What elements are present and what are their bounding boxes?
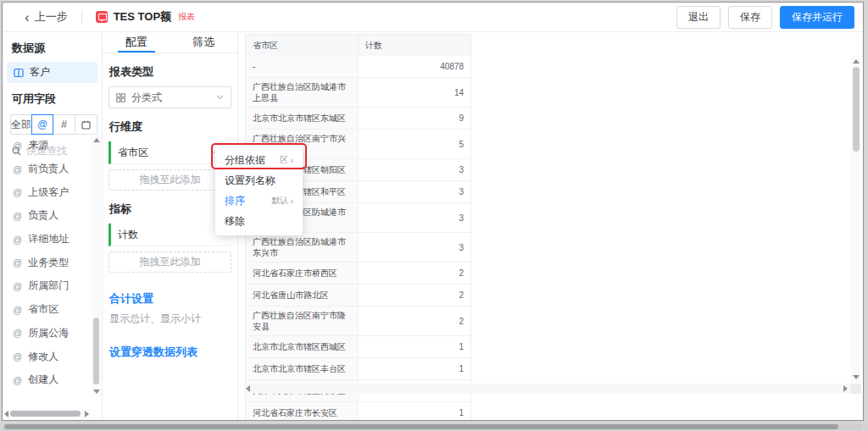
- scroll-left-icon[interactable]: [4, 411, 8, 417]
- scroll-up-icon[interactable]: [93, 138, 100, 142]
- table-row[interactable]: 河北省石家庄市桥西区2: [246, 262, 470, 285]
- tab-filter[interactable]: 筛选: [170, 32, 238, 52]
- field-label: 所属部门: [28, 279, 69, 293]
- sidebar-field-item[interactable]: @业务类型: [3, 251, 91, 274]
- count-cell: 3: [359, 159, 470, 181]
- menu-item-label: 分组依据: [225, 153, 280, 168]
- row-dimension-value: 省市区: [118, 146, 213, 160]
- filter-tab-label: #: [61, 119, 67, 130]
- datasource-item-customer[interactable]: 客户: [7, 62, 97, 83]
- menu-item-group-by[interactable]: 分组依据区›: [215, 150, 303, 170]
- field-label: 创建人: [28, 373, 58, 387]
- table-vertical-scrollbar[interactable]: [851, 57, 861, 382]
- app-window: ‹ 上一步 TES TOP额 报表 退出 保存 保存并运行 数据源 客户 可用字…: [2, 2, 864, 421]
- filter-tab-2[interactable]: #: [53, 114, 75, 135]
- table-row[interactable]: 河北省唐山市路北区2: [246, 285, 470, 307]
- report-type-label: 报表类型: [109, 64, 237, 80]
- metrics-dropzone[interactable]: 拖拽至此添加: [108, 251, 231, 273]
- sidebar-field-item[interactable]: @修改人: [3, 345, 91, 368]
- count-cell: 1: [359, 402, 470, 421]
- window-hscroll-thumb[interactable]: [4, 424, 838, 429]
- count-cell: 2: [359, 262, 470, 285]
- at-icon: @: [13, 328, 22, 338]
- back-button[interactable]: ‹ 上一步: [25, 9, 68, 25]
- table-row[interactable]: 河北省石家庄市长安区1: [246, 402, 470, 421]
- table-row[interactable]: 北京市北京市辖区丰台区1: [246, 358, 470, 380]
- scroll-down-icon[interactable]: [93, 390, 100, 394]
- filter-tab-1[interactable]: @: [31, 114, 53, 135]
- table-row[interactable]: 广西壮族自治区防城港市上思县14: [246, 78, 470, 108]
- menu-item-remove[interactable]: 移除: [215, 211, 303, 231]
- sidebar-field-item[interactable]: @客户名称: [3, 392, 91, 398]
- sidebar-field-item[interactable]: @省市区: [3, 298, 91, 322]
- sidebar-field-item[interactable]: @上级客户: [3, 180, 91, 204]
- at-icon: @: [13, 305, 22, 315]
- field-label: 来源: [28, 138, 48, 152]
- scroll-right-icon[interactable]: [85, 411, 89, 417]
- column-header-count[interactable]: 计数: [359, 35, 470, 56]
- count-cell: 2: [359, 285, 470, 307]
- table-row[interactable]: 广西壮族自治区防城港市东兴市3: [246, 233, 470, 262]
- scroll-up-icon[interactable]: [853, 59, 860, 64]
- sidebar-hscroll-thumb[interactable]: [10, 411, 81, 417]
- filter-tab-0[interactable]: 全部: [10, 114, 32, 135]
- report-type-select[interactable]: 分类式: [108, 86, 231, 108]
- table-row[interactable]: 北京市北京市辖区西城区1: [246, 336, 470, 358]
- count-cell: 1: [359, 358, 470, 380]
- count-cell: 2: [359, 307, 470, 336]
- sidebar-field-item[interactable]: @负责人: [3, 204, 91, 228]
- sidebar-field-item[interactable]: @详细地址: [3, 228, 91, 251]
- row-dimension-label: 行维度: [109, 119, 237, 135]
- save-run-button[interactable]: 保存并运行: [780, 6, 854, 29]
- exit-button[interactable]: 退出: [676, 6, 721, 29]
- count-cell: 5: [359, 130, 470, 159]
- table-row[interactable]: 北京市北京市辖区东城区9: [246, 108, 470, 130]
- at-icon: @: [13, 235, 22, 245]
- field-label: 客户名称: [28, 396, 69, 398]
- sidebar-horizontal-scrollbar[interactable]: [3, 409, 91, 418]
- sidebar-field-item[interactable]: @所属公海: [3, 322, 91, 345]
- sidebar-vertical-scrollbar[interactable]: [92, 135, 101, 396]
- table-horizontal-scrollbar[interactable]: [244, 384, 849, 394]
- sidebar-vscroll-thumb[interactable]: [93, 318, 99, 384]
- at-icon: @: [13, 164, 22, 174]
- drill-through-link[interactable]: 设置穿透数据列表: [109, 345, 237, 360]
- sidebar-field-item[interactable]: @创建人: [3, 368, 91, 392]
- field-list: @来源@前负责人@上级客户@负责人@详细地址@业务类型@所属部门@省市区@所属公…: [3, 134, 91, 398]
- submenu-arrow-icon: ›: [290, 196, 293, 206]
- metric-chip[interactable]: 计数: [108, 224, 231, 246]
- table-row[interactable]: -40878: [246, 56, 470, 78]
- menu-item-set-column-name[interactable]: 设置列名称: [215, 170, 303, 191]
- count-cell: 40878: [359, 56, 470, 78]
- field-filter-tabs: 全部@#: [10, 114, 102, 135]
- count-cell: 14: [359, 78, 470, 108]
- at-icon: @: [13, 257, 22, 268]
- region-cell: 北京市北京市辖区丰台区: [246, 358, 359, 380]
- count-cell: 1: [359, 336, 470, 358]
- count-cell: 3: [359, 181, 470, 203]
- tab-configure[interactable]: 配置: [103, 32, 170, 52]
- menu-item-label: 移除: [225, 214, 293, 229]
- menu-item-hint: 区: [280, 154, 288, 166]
- table-vscroll-thumb[interactable]: [853, 67, 860, 152]
- column-header-region[interactable]: 省市区: [246, 35, 359, 56]
- sidebar-field-item[interactable]: @前负责人: [3, 157, 91, 181]
- menu-item-sort[interactable]: 排序默认›: [215, 191, 303, 211]
- scroll-down-icon[interactable]: [853, 375, 860, 379]
- total-settings-link[interactable]: 合计设置: [109, 291, 237, 307]
- scroll-right-icon[interactable]: [843, 385, 848, 392]
- sidebar-field-item[interactable]: @来源: [3, 134, 91, 157]
- scroll-left-icon[interactable]: [246, 385, 250, 392]
- field-label: 详细地址: [28, 232, 69, 246]
- region-cell: -: [246, 56, 359, 78]
- region-cell: 河北省石家庄市长安区: [246, 402, 359, 421]
- row-dimension-chip[interactable]: 省市区 ···: [108, 141, 231, 164]
- window-horizontal-scrollbar[interactable]: [3, 423, 862, 430]
- filter-tab-date[interactable]: [75, 114, 97, 135]
- row-dimension-dropzone[interactable]: 拖拽至此添加: [108, 169, 231, 191]
- sidebar-field-item[interactable]: @所属部门: [3, 274, 91, 298]
- table-row[interactable]: 广西壮族自治区南宁市隆安县2: [246, 307, 470, 336]
- field-label: 前负责人: [28, 162, 69, 176]
- save-button[interactable]: 保存: [728, 6, 772, 29]
- menu-item-label: 设置列名称: [225, 174, 293, 188]
